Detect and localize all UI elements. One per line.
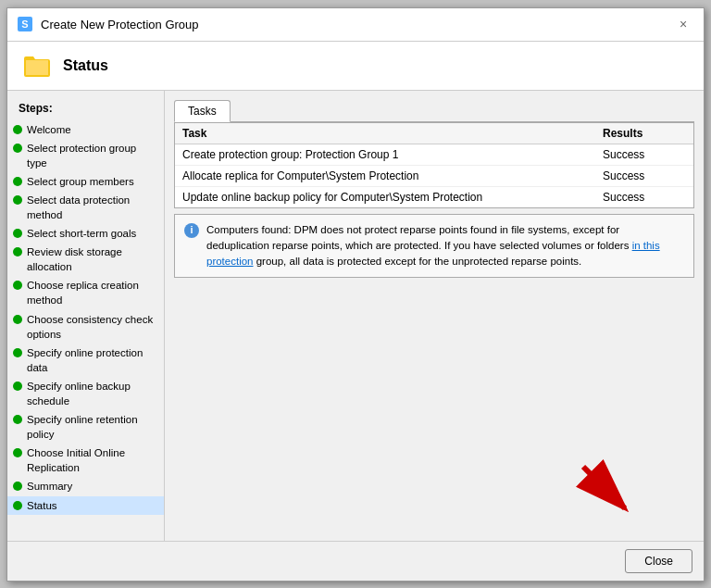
step-label-select-data-protection-method: Select data protection method xyxy=(27,193,156,222)
table-row: Allocate replica for Computer\System Pro… xyxy=(175,166,693,187)
task-cell-0: Create protection group: Protection Grou… xyxy=(182,148,603,161)
step-label-select-short-term-goals: Select short-term goals xyxy=(27,226,136,241)
step-dot-select-group-members xyxy=(13,177,22,186)
sidebar-item-specify-online-backup[interactable]: Specify online backup schedule xyxy=(7,377,164,410)
step-label-choose-replica-creation: Choose replica creation method xyxy=(27,278,156,307)
result-cell-0: Success xyxy=(603,148,686,161)
result-cell-1: Success xyxy=(603,169,686,182)
sidebar-item-select-data-protection-method[interactable]: Select data protection method xyxy=(7,191,164,224)
sidebar-item-select-short-term-goals[interactable]: Select short-term goals xyxy=(7,224,164,243)
table-header: Task Results xyxy=(175,123,693,144)
close-icon-button[interactable]: × xyxy=(672,13,694,35)
step-label-choose-consistency-check: Choose consistency check options xyxy=(27,312,156,342)
bottom-spacer xyxy=(174,278,694,457)
step-dot-specify-online-protection xyxy=(13,348,22,357)
main-content: Steps: WelcomeSelect protection group ty… xyxy=(7,91,704,541)
column-results: Results xyxy=(603,127,686,140)
close-arrow xyxy=(574,457,639,522)
footer: Close xyxy=(7,541,704,581)
column-task: Task xyxy=(182,127,603,140)
create-protection-group-dialog: S Create New Protection Group × Status S… xyxy=(6,7,705,582)
page-title: Status xyxy=(63,57,108,74)
step-label-specify-online-retention: Specify online retention policy xyxy=(27,412,156,442)
arrow-container xyxy=(174,457,694,532)
step-label-status: Status xyxy=(27,498,57,513)
task-cell-1: Allocate replica for Computer\System Pro… xyxy=(182,169,603,182)
sidebar-item-choose-initial-online-replication[interactable]: Choose Initial Online Replication xyxy=(7,444,164,477)
info-text-after: group, all data is protected except for … xyxy=(254,256,582,267)
tab-tasks[interactable]: Tasks xyxy=(174,100,231,122)
task-cell-2: Update online backup policy for Computer… xyxy=(182,191,603,204)
result-cell-2: Success xyxy=(603,191,686,204)
step-label-select-protection-group-type: Select protection group type xyxy=(27,141,156,170)
step-dot-specify-online-backup xyxy=(13,382,22,391)
step-dot-select-short-term-goals xyxy=(13,229,22,238)
sidebar-item-status[interactable]: Status xyxy=(7,496,164,515)
step-label-review-disk-storage: Review disk storage allocation xyxy=(27,244,156,274)
sidebar-item-select-group-members[interactable]: Select group members xyxy=(7,172,164,191)
status-folder-icon xyxy=(22,51,52,81)
info-box: i Computers found: DPM does not protect … xyxy=(174,214,694,279)
step-dot-status xyxy=(13,501,22,510)
sidebar-item-specify-online-retention[interactable]: Specify online retention policy xyxy=(7,410,164,444)
sidebar-item-specify-online-protection[interactable]: Specify online protection data xyxy=(7,344,164,377)
sidebar-item-choose-consistency-check[interactable]: Choose consistency check options xyxy=(7,310,164,344)
sidebar-item-select-protection-group-type[interactable]: Select protection group type xyxy=(7,139,164,172)
step-label-specify-online-backup: Specify online backup schedule xyxy=(27,379,156,408)
tasks-table: Task Results Create protection group: Pr… xyxy=(174,122,694,208)
step-dot-review-disk-storage xyxy=(13,247,22,256)
steps-label: Steps: xyxy=(7,100,164,120)
step-dot-welcome xyxy=(13,125,22,134)
content-area: Tasks Task Results Create protection gro… xyxy=(165,91,704,541)
svg-line-3 xyxy=(583,467,625,508)
svg-text:S: S xyxy=(21,19,28,30)
info-icon: i xyxy=(184,223,199,238)
step-label-select-group-members: Select group members xyxy=(27,174,134,189)
step-dot-choose-replica-creation xyxy=(13,281,22,290)
step-dot-specify-online-retention xyxy=(13,415,22,424)
step-dot-choose-initial-online-replication xyxy=(13,448,22,457)
sidebar-item-review-disk-storage[interactable]: Review disk storage allocation xyxy=(7,243,164,276)
step-dot-summary xyxy=(13,482,22,491)
step-dot-choose-consistency-check xyxy=(13,315,22,324)
close-button[interactable]: Close xyxy=(625,549,692,573)
dialog-icon: S xyxy=(17,16,33,32)
header-section: Status xyxy=(7,42,704,91)
info-text-before: Computers found: DPM does not protect re… xyxy=(206,224,632,251)
dialog-title: Create New Protection Group xyxy=(41,18,672,31)
sidebar-item-summary[interactable]: Summary xyxy=(7,477,164,495)
sidebar: Steps: WelcomeSelect protection group ty… xyxy=(7,91,165,541)
step-dot-select-data-protection-method xyxy=(13,195,22,205)
title-bar: S Create New Protection Group × xyxy=(7,8,704,42)
step-label-choose-initial-online-replication: Choose Initial Online Replication xyxy=(27,445,156,475)
table-row: Update online backup policy for Computer… xyxy=(175,187,693,207)
info-text: Computers found: DPM does not protect re… xyxy=(206,222,684,270)
sidebar-item-welcome[interactable]: Welcome xyxy=(7,120,164,139)
step-dot-select-protection-group-type xyxy=(13,144,22,153)
table-row: Create protection group: Protection Grou… xyxy=(175,144,693,166)
step-label-specify-online-protection: Specify online protection data xyxy=(27,345,156,375)
step-label-summary: Summary xyxy=(27,479,72,494)
sidebar-item-choose-replica-creation[interactable]: Choose replica creation method xyxy=(7,276,164,309)
step-label-welcome: Welcome xyxy=(27,122,71,137)
tab-bar: Tasks xyxy=(174,100,694,122)
